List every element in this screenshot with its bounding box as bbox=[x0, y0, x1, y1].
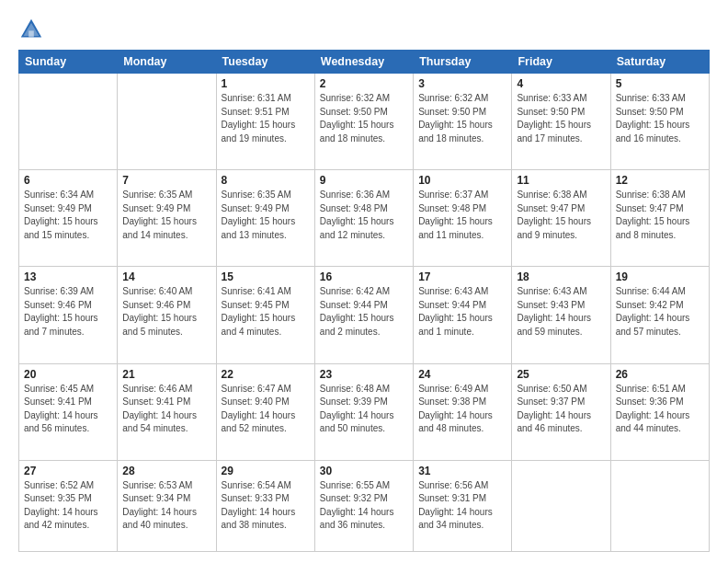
calendar-cell bbox=[19, 74, 118, 170]
day-info: Sunrise: 6:56 AM Sunset: 9:31 PM Dayligh… bbox=[418, 479, 506, 533]
day-number: 12 bbox=[616, 174, 704, 187]
day-number: 31 bbox=[418, 465, 506, 477]
day-info: Sunrise: 6:48 AM Sunset: 9:39 PM Dayligh… bbox=[320, 383, 408, 436]
day-number: 28 bbox=[122, 465, 210, 477]
calendar-cell: 22Sunrise: 6:47 AM Sunset: 9:40 PM Dayli… bbox=[216, 363, 314, 460]
svg-rect-2 bbox=[28, 30, 34, 37]
calendar-cell: 8Sunrise: 6:35 AM Sunset: 9:49 PM Daylig… bbox=[216, 170, 314, 267]
calendar-cell: 29Sunrise: 6:54 AM Sunset: 9:33 PM Dayli… bbox=[216, 460, 314, 551]
header bbox=[18, 17, 710, 42]
day-number: 8 bbox=[222, 174, 310, 187]
calendar-cell: 23Sunrise: 6:48 AM Sunset: 9:39 PM Dayli… bbox=[314, 363, 413, 460]
day-info: Sunrise: 6:44 AM Sunset: 9:42 PM Dayligh… bbox=[616, 285, 704, 339]
calendar-week-row: 27Sunrise: 6:52 AM Sunset: 9:35 PM Dayli… bbox=[19, 460, 710, 551]
day-info: Sunrise: 6:43 AM Sunset: 9:44 PM Dayligh… bbox=[418, 285, 506, 339]
calendar-cell: 18Sunrise: 6:43 AM Sunset: 9:43 PM Dayli… bbox=[512, 267, 610, 363]
day-info: Sunrise: 6:33 AM Sunset: 9:50 PM Dayligh… bbox=[616, 92, 704, 145]
day-info: Sunrise: 6:53 AM Sunset: 9:34 PM Dayligh… bbox=[122, 479, 210, 533]
calendar-cell bbox=[610, 460, 709, 551]
day-number: 18 bbox=[517, 270, 605, 283]
calendar-cell: 15Sunrise: 6:41 AM Sunset: 9:45 PM Dayli… bbox=[216, 267, 314, 363]
day-info: Sunrise: 6:46 AM Sunset: 9:41 PM Dayligh… bbox=[122, 383, 210, 436]
calendar-header-row: SundayMondayTuesdayWednesdayThursdayFrid… bbox=[19, 51, 710, 74]
day-number: 9 bbox=[320, 174, 408, 187]
weekday-header-thursday: Thursday bbox=[414, 51, 512, 74]
day-info: Sunrise: 6:47 AM Sunset: 9:40 PM Dayligh… bbox=[222, 383, 310, 436]
calendar-cell: 7Sunrise: 6:35 AM Sunset: 9:49 PM Daylig… bbox=[118, 170, 216, 267]
day-info: Sunrise: 6:49 AM Sunset: 9:38 PM Dayligh… bbox=[418, 383, 506, 436]
day-number: 26 bbox=[616, 368, 704, 381]
day-number: 23 bbox=[320, 368, 408, 381]
day-info: Sunrise: 6:35 AM Sunset: 9:49 PM Dayligh… bbox=[122, 189, 210, 242]
day-info: Sunrise: 6:51 AM Sunset: 9:36 PM Dayligh… bbox=[616, 383, 704, 436]
day-number: 20 bbox=[24, 368, 112, 381]
day-number: 25 bbox=[517, 368, 605, 381]
day-info: Sunrise: 6:32 AM Sunset: 9:50 PM Dayligh… bbox=[320, 92, 408, 145]
day-info: Sunrise: 6:33 AM Sunset: 9:50 PM Dayligh… bbox=[517, 92, 605, 145]
day-number: 7 bbox=[122, 174, 210, 187]
calendar-cell: 27Sunrise: 6:52 AM Sunset: 9:35 PM Dayli… bbox=[19, 460, 118, 551]
calendar-cell: 2Sunrise: 6:32 AM Sunset: 9:50 PM Daylig… bbox=[314, 74, 413, 170]
page: SundayMondayTuesdayWednesdayThursdayFrid… bbox=[0, 0, 728, 563]
day-info: Sunrise: 6:54 AM Sunset: 9:33 PM Dayligh… bbox=[222, 479, 310, 533]
day-number: 17 bbox=[418, 270, 506, 283]
day-number: 13 bbox=[24, 270, 112, 283]
day-number: 24 bbox=[418, 368, 506, 381]
calendar-week-row: 6Sunrise: 6:34 AM Sunset: 9:49 PM Daylig… bbox=[19, 170, 710, 267]
day-info: Sunrise: 6:55 AM Sunset: 9:32 PM Dayligh… bbox=[320, 479, 408, 533]
day-number: 15 bbox=[222, 270, 310, 283]
day-info: Sunrise: 6:45 AM Sunset: 9:41 PM Dayligh… bbox=[24, 383, 112, 436]
calendar-week-row: 13Sunrise: 6:39 AM Sunset: 9:46 PM Dayli… bbox=[19, 267, 710, 363]
calendar-cell: 10Sunrise: 6:37 AM Sunset: 9:48 PM Dayli… bbox=[414, 170, 512, 267]
calendar-cell: 30Sunrise: 6:55 AM Sunset: 9:32 PM Dayli… bbox=[314, 460, 413, 551]
calendar-cell: 4Sunrise: 6:33 AM Sunset: 9:50 PM Daylig… bbox=[512, 74, 610, 170]
day-info: Sunrise: 6:31 AM Sunset: 9:51 PM Dayligh… bbox=[222, 92, 310, 145]
calendar-cell bbox=[512, 460, 610, 551]
calendar-cell: 6Sunrise: 6:34 AM Sunset: 9:49 PM Daylig… bbox=[19, 170, 118, 267]
day-info: Sunrise: 6:37 AM Sunset: 9:48 PM Dayligh… bbox=[418, 189, 506, 242]
calendar-week-row: 1Sunrise: 6:31 AM Sunset: 9:51 PM Daylig… bbox=[19, 74, 710, 170]
day-info: Sunrise: 6:39 AM Sunset: 9:46 PM Dayligh… bbox=[24, 285, 112, 339]
day-info: Sunrise: 6:43 AM Sunset: 9:43 PM Dayligh… bbox=[517, 285, 605, 339]
day-number: 21 bbox=[122, 368, 210, 381]
day-number: 30 bbox=[320, 465, 408, 477]
calendar-cell: 12Sunrise: 6:38 AM Sunset: 9:47 PM Dayli… bbox=[610, 170, 709, 267]
logo-icon bbox=[18, 17, 44, 42]
calendar-cell: 28Sunrise: 6:53 AM Sunset: 9:34 PM Dayli… bbox=[118, 460, 216, 551]
calendar-cell: 3Sunrise: 6:32 AM Sunset: 9:50 PM Daylig… bbox=[414, 74, 512, 170]
weekday-header-friday: Friday bbox=[512, 51, 610, 74]
day-info: Sunrise: 6:32 AM Sunset: 9:50 PM Dayligh… bbox=[418, 92, 506, 145]
day-number: 5 bbox=[616, 77, 704, 90]
calendar-cell: 25Sunrise: 6:50 AM Sunset: 9:37 PM Dayli… bbox=[512, 363, 610, 460]
calendar-cell: 17Sunrise: 6:43 AM Sunset: 9:44 PM Dayli… bbox=[414, 267, 512, 363]
day-info: Sunrise: 6:52 AM Sunset: 9:35 PM Dayligh… bbox=[24, 479, 112, 533]
day-info: Sunrise: 6:38 AM Sunset: 9:47 PM Dayligh… bbox=[616, 189, 704, 242]
calendar-cell: 11Sunrise: 6:38 AM Sunset: 9:47 PM Dayli… bbox=[512, 170, 610, 267]
day-number: 2 bbox=[320, 77, 408, 90]
day-number: 22 bbox=[222, 368, 310, 381]
calendar-cell: 31Sunrise: 6:56 AM Sunset: 9:31 PM Dayli… bbox=[414, 460, 512, 551]
calendar-cell: 19Sunrise: 6:44 AM Sunset: 9:42 PM Dayli… bbox=[610, 267, 709, 363]
day-number: 14 bbox=[122, 270, 210, 283]
day-number: 11 bbox=[517, 174, 605, 187]
weekday-header-saturday: Saturday bbox=[610, 51, 709, 74]
calendar-cell: 16Sunrise: 6:42 AM Sunset: 9:44 PM Dayli… bbox=[314, 267, 413, 363]
calendar-cell: 9Sunrise: 6:36 AM Sunset: 9:48 PM Daylig… bbox=[314, 170, 413, 267]
day-number: 16 bbox=[320, 270, 408, 283]
weekday-header-wednesday: Wednesday bbox=[314, 51, 413, 74]
day-info: Sunrise: 6:38 AM Sunset: 9:47 PM Dayligh… bbox=[517, 189, 605, 242]
day-number: 3 bbox=[418, 77, 506, 90]
day-number: 6 bbox=[24, 174, 112, 187]
calendar-cell: 26Sunrise: 6:51 AM Sunset: 9:36 PM Dayli… bbox=[610, 363, 709, 460]
logo bbox=[18, 17, 48, 42]
day-info: Sunrise: 6:34 AM Sunset: 9:49 PM Dayligh… bbox=[24, 189, 112, 242]
day-number: 4 bbox=[517, 77, 605, 90]
day-number: 1 bbox=[222, 77, 310, 90]
calendar-cell: 24Sunrise: 6:49 AM Sunset: 9:38 PM Dayli… bbox=[414, 363, 512, 460]
calendar-cell: 21Sunrise: 6:46 AM Sunset: 9:41 PM Dayli… bbox=[118, 363, 216, 460]
calendar-cell: 14Sunrise: 6:40 AM Sunset: 9:46 PM Dayli… bbox=[118, 267, 216, 363]
day-number: 27 bbox=[24, 465, 112, 477]
day-info: Sunrise: 6:50 AM Sunset: 9:37 PM Dayligh… bbox=[517, 383, 605, 436]
calendar-cell: 13Sunrise: 6:39 AM Sunset: 9:46 PM Dayli… bbox=[19, 267, 118, 363]
weekday-header-tuesday: Tuesday bbox=[216, 51, 314, 74]
